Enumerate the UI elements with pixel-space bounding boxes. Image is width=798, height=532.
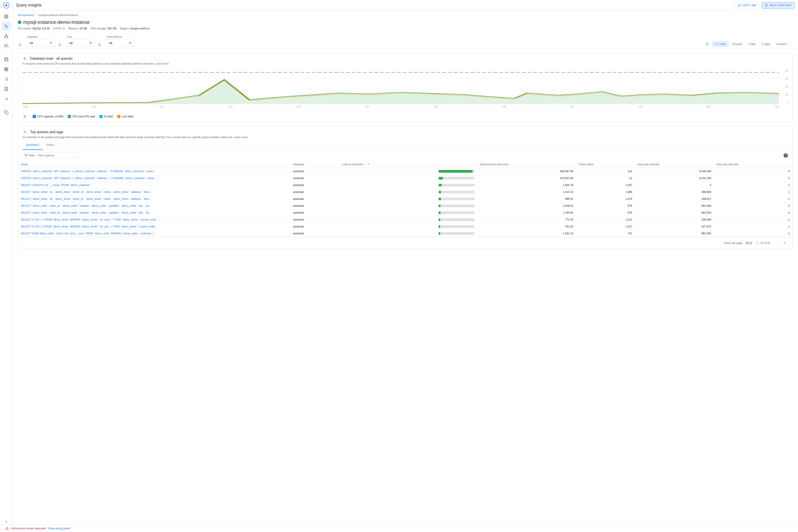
chart-learn-more[interactable]: Learn more [155,62,169,65]
svg-point-8 [7,37,8,38]
cell-load-bar-1 [436,175,477,182]
show-debug-panel-link[interactable]: Show debug panel [48,527,70,530]
col-load[interactable]: Load by total time [339,161,436,168]
table-row[interactable]: UPDATE `demo_customer` SET `balance` = (… [18,168,793,175]
cell-rows-scanned-5: 862,938 [635,203,714,209]
nav-item-list[interactable] [2,75,11,83]
nav-item-report[interactable] [2,84,11,93]
chart-title-row: 5 Database load - all queries [22,56,788,61]
tab-tags[interactable]: TAGS [43,140,57,150]
legend-cpu-capacity-checkbox: ✓ [33,115,36,118]
y-0: 0 [787,101,788,103]
cell-load-bar-3 [436,189,477,196]
y-60: 60 [785,78,788,80]
vcpus-value: 4 [63,27,64,30]
queries-learn-more[interactable]: Learn more [234,136,248,139]
svg-point-6 [5,34,7,35]
rows-per-page-select[interactable]: 10 25 50 [745,241,753,245]
meta-memory: Memory: 26 GB [68,27,87,30]
help-label: HELP ASSISTANT [769,4,792,7]
table-row[interactable]: SELECT (?) AS `a` FROM `demo_driver` WHE… [18,216,793,223]
legend-io-wait[interactable]: ✓ IO Wait [99,115,113,118]
legend-lock-wait[interactable]: ✓ Lock Wait [117,115,133,118]
copy-link-label: COPY LINK [742,4,757,7]
table-header-row: Query Database Load by total time Avg ex… [18,161,793,168]
nav-item-insights[interactable] [2,22,11,31]
help-icon[interactable]: ? [783,153,788,158]
next-icon [783,241,787,245]
tab-queries-label: QUERIES [26,143,39,147]
tab-tags-label: TAGS [47,143,54,147]
meta-region: Region: europe-north1-a [120,27,149,30]
legend-cpu-wait[interactable]: ✓ CPU and CPU wait [68,115,95,118]
meta-ssd: SSD storage: 320 GB [91,27,116,30]
cell-rows-scanned-8: 327,873 [635,223,714,230]
svg-marker-38 [25,154,27,157]
cell-query-5: SELECT `demo_order`.`order_id`, `demo_or… [18,203,290,209]
time-btn-6hours[interactable]: 6 hours [730,41,745,47]
time-btn-1hour[interactable]: 1 hour [712,41,729,47]
cell-load-label-6 [339,209,436,216]
table-row[interactable]: SELECT `demo_driver`.`id`, `demo_driver`… [18,189,793,196]
nav-item-grid[interactable] [2,65,11,74]
table-row[interactable]: SELECT `demo_order`.`order_id`, `demo_or… [18,203,793,209]
prev-icon [775,241,779,245]
copy-link-button[interactable]: COPY LINK [735,2,759,8]
queries-description: An overview of the queries and tags that… [22,136,788,139]
filter-label: Filter [29,154,35,157]
help-assistant-button[interactable]: HELP ASSISTANT [762,2,794,8]
cell-avg-exec-7: 772.29 [477,216,576,223]
svg-point-7 [4,37,5,38]
svg-rect-13 [4,68,8,71]
time-btn-1day[interactable]: 1 day [746,41,758,47]
checkmark-3: ✓ [100,115,102,118]
tab-queries[interactable]: QUERIES [22,140,43,150]
table-row[interactable]: SELECT `demo_driver`.`id`, `demo_driver`… [18,196,793,203]
cell-query-4: SELECT `demo_driver`.`id`, `demo_driver`… [18,196,290,203]
nav-item-analytics[interactable] [2,94,11,103]
database-select[interactable]: All workload [27,39,54,47]
next-page-button[interactable] [782,240,788,246]
filter-input[interactable] [36,154,77,157]
cell-rows-scanned-2: 0 [635,182,714,189]
cell-times-6: 675 [576,209,635,216]
legend-cpu-capacity[interactable]: ✓ CPU capacity: (4.000) [33,115,63,118]
table-row[interactable]: UPDATE `demo_customer` SET `balance` = (… [18,175,793,182]
cell-times-1: 12 [576,175,635,182]
nav-item-storage[interactable] [2,55,11,64]
cell-load-label-3 [339,189,436,196]
nav-item-users[interactable] [2,41,11,50]
nav-item-connections[interactable] [2,32,11,41]
perf-issues-label[interactable]: Performance issues detected! [11,527,46,530]
client-address-filter-group: Client address All [107,35,133,47]
x-label-355: 3:55 [775,106,779,108]
nav-divider-1 [3,53,10,53]
chart-title: Database load - all queries [30,57,72,61]
table-body: UPDATE `demo_customer` SET `balance` = (… [18,168,793,237]
db-version-value: MySQL 8.0.26 [33,27,50,30]
legend-io-wait-label: IO Wait [104,115,113,118]
time-btn-custom[interactable]: Custom [774,41,793,47]
table-row[interactable]: SELECT SUM(`demo_order`.`price`) AS `pri… [18,230,793,237]
nav-item-copy[interactable] [2,108,11,117]
cell-database-5: workload [290,203,339,209]
breadcrumb-all-instances[interactable]: All instances [18,13,34,17]
cell-rows-returned-4: 1 [714,196,793,203]
time-btn-7days[interactable]: 7 days [759,41,773,47]
nav-item-overview[interactable] [2,12,11,21]
performance-issues: Performance issues detected! Show debug … [5,527,70,530]
cell-load-bar-2 [436,182,477,189]
user-select[interactable]: All [67,39,94,47]
table-row[interactable]: SELECT `demo_order`.`order_id`, `demo_or… [18,209,793,216]
client-address-select[interactable]: All [107,39,133,47]
chart-y-axis: 80 60 40 20 0 [779,69,788,104]
cell-load-label-7 [339,216,436,223]
table-row[interactable]: SELECT COUNT(*) AS `__count` FROM `demo_… [18,182,793,189]
cell-avg-exec-0: 458,487.96 [477,168,576,175]
x-label-3am: 3 AM [22,106,27,108]
cell-load-bar-6 [436,209,477,216]
table-row[interactable]: SELECT (?) AS `a` FROM `demo_driver` WHE… [18,223,793,230]
svg-rect-29 [5,112,8,114]
time-6hours-label: 6 hours [732,42,742,46]
prev-page-button[interactable] [774,240,780,246]
